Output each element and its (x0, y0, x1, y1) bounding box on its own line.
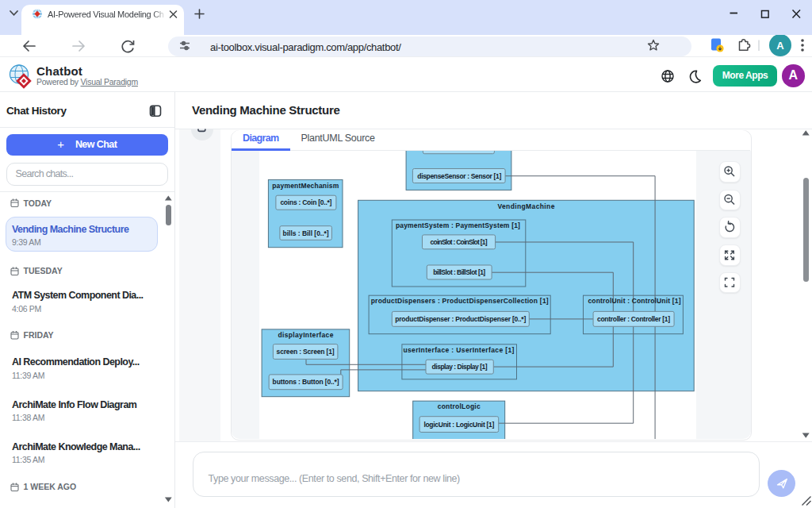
svg-text:billSlot : BillSlot [1]: billSlot : BillSlot [1] (433, 268, 485, 276)
svg-text:userInterface : UserInterface: userInterface : UserInterface [1] (403, 346, 514, 354)
svg-text:dispenseSensor : Sensor [1]: dispenseSensor : Sensor [1] (417, 172, 501, 180)
svg-text:buttons : Button [0..*]: buttons : Button [0..*] (272, 379, 339, 387)
svg-text:paymentSystem : PaymentSystem: paymentSystem : PaymentSystem [1] (395, 221, 519, 229)
svg-text:bills : Bill [0..*]: bills : Bill [0..*] (282, 229, 328, 237)
svg-text:coins : Coin [0..*]: coins : Coin [0..*] (280, 199, 331, 207)
svg-text:logicUnit : LogicUnit [1]: logicUnit : LogicUnit [1] (423, 421, 494, 429)
svg-text:paymentMechanism: paymentMechanism (272, 182, 339, 190)
svg-text:displayInterface: displayInterface (278, 331, 333, 339)
svg-text:productDispensers : ProductDis: productDispensers : ProductDispenserColl… (370, 298, 548, 306)
svg-text:coinSlot : CoinSlot [1]: coinSlot : CoinSlot [1] (430, 238, 487, 246)
svg-text:screen : Screen [1]: screen : Screen [1] (276, 348, 334, 356)
svg-text:controller : Controller [1]: controller : Controller [1] (597, 315, 670, 323)
svg-text:A: A (776, 40, 784, 52)
svg-text:display : Display [1]: display : Display [1] (431, 363, 487, 371)
svg-text:controlUnit : ControlUnit [1]: controlUnit : ControlUnit [1] (588, 298, 680, 306)
svg-text:VendingMachine: VendingMachine (497, 202, 554, 210)
svg-text:controlLogic: controlLogic (437, 403, 480, 411)
svg-text:productDispenser : ProductDisp: productDispenser : ProductDispenser [0..… (395, 315, 526, 323)
